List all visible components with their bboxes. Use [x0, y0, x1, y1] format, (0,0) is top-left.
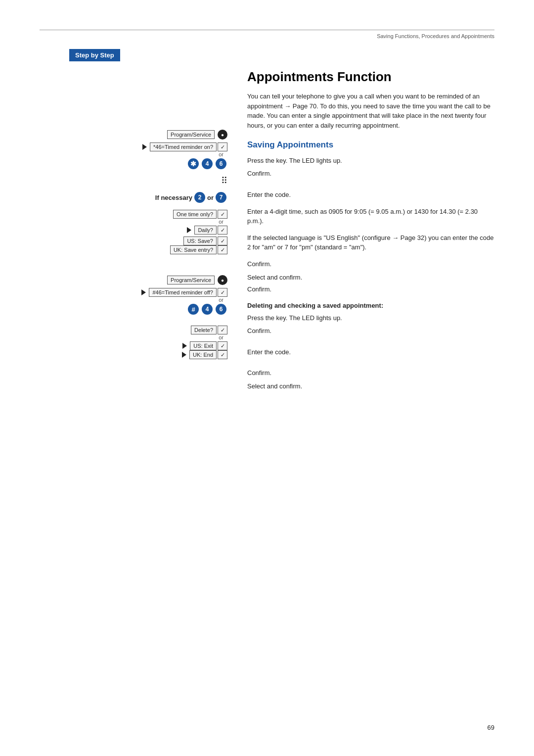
num-4-circle-1: 4 — [202, 158, 213, 169]
delete-key: Delete? — [191, 326, 217, 334]
arrow-icon-1 — [142, 144, 147, 150]
prog-service-key-2: Program/Service — [167, 276, 215, 284]
deleting-heading: Deleting and checking a saved appointmen… — [247, 302, 494, 309]
check-box-6: ✓ — [218, 288, 227, 297]
desc-keypad-1: Enter a 4-digit time, such as 0905 for 9… — [247, 207, 494, 226]
keypad-row-1: ⠿ — [69, 176, 227, 185]
intro-text: You can tell your telephone to give you … — [247, 92, 494, 130]
desc-if-necessary: If the selected language is "US English"… — [247, 233, 494, 252]
or-text-4: or — [69, 334, 227, 340]
check-box-9: ✓ — [218, 350, 227, 359]
check-box-4: ✓ — [218, 236, 227, 245]
arrow-icon-5 — [182, 352, 186, 358]
code-star-46-row: ✱ 4 6 — [69, 158, 227, 169]
timed-reminder-on-key: *46=Timed reminder on? — [150, 142, 217, 151]
arrow-icon-4 — [182, 343, 187, 349]
timed-reminder-off-key: #46=Timed reminder off? — [149, 288, 217, 297]
num-2-circle: 2 — [194, 192, 205, 203]
prog-service-row-1: Program/Service ● — [69, 130, 227, 140]
desc-confirm-1: Confirm. — [247, 169, 494, 179]
uk-save-key: UK: Save entry? — [170, 245, 217, 254]
desc-delete: Confirm. — [247, 368, 494, 378]
us-exit-row: US: Exit ✓ — [69, 341, 227, 350]
check-box-1: ✓ — [218, 142, 227, 151]
main-title: Appointments Function — [247, 69, 494, 85]
desc-us-exit: Select and confirm. — [247, 381, 494, 391]
keypad-icon-1: ⠿ — [221, 176, 227, 185]
desc-code-2: Enter the code. — [247, 347, 494, 357]
deleting-text: Deleting and checking a saved appointmen… — [247, 302, 383, 309]
delete-row: Delete? ✓ — [69, 326, 227, 334]
check-box-3: ✓ — [218, 226, 227, 235]
step-by-step-banner: Step by Step — [69, 49, 120, 61]
star-circle: ✱ — [188, 158, 199, 169]
timed-reminder-on-row: *46=Timed reminder on? ✓ — [69, 142, 227, 151]
code-hash-46-row: # 4 6 — [69, 304, 227, 315]
daily-row: Daily? ✓ — [69, 226, 227, 235]
left-column: Program/Service ● *46=Timed reminder on?… — [69, 69, 237, 392]
header-text: Saving Functions, Procedures and Appoint… — [377, 33, 494, 39]
or-label: or — [207, 194, 214, 201]
uk-end-row: UK: End ✓ — [69, 350, 227, 359]
right-column: Appointments Function You can tell your … — [237, 69, 494, 392]
desc-code-1: Enter the code. — [247, 190, 494, 200]
daily-key: Daily? — [194, 226, 217, 235]
page-container: Saving Functions, Procedures and Appoint… — [0, 0, 534, 756]
desc-confirm-off: Confirm. — [247, 326, 494, 336]
desc-prog-1: Press the key. The LED lights up. — [247, 156, 494, 166]
header-line — [40, 30, 494, 30]
arrow-icon-3 — [141, 289, 146, 295]
saving-appointments-heading: Saving Appointments — [247, 140, 494, 150]
desc-one-time: Confirm. — [247, 259, 494, 269]
timed-reminder-off-row: #46=Timed reminder off? ✓ — [69, 288, 227, 297]
led-dot-2: ● — [218, 275, 227, 285]
one-time-key: One time only? — [173, 210, 217, 219]
one-time-row: One time only? ✓ — [69, 210, 227, 219]
arrow-icon-2 — [187, 227, 191, 233]
num-6-circle-1: 6 — [216, 158, 226, 169]
led-dot-1: ● — [218, 130, 227, 140]
or-text-2: or — [69, 219, 227, 225]
desc-daily: Select and confirm. — [247, 273, 494, 283]
us-save-key: US: Save? — [183, 236, 217, 245]
hash-circle: # — [188, 304, 199, 315]
uk-end-key: UK: End — [189, 350, 217, 359]
step-by-step-label: Step by Step — [75, 51, 114, 59]
desc-us-save: Confirm. — [247, 284, 494, 294]
if-necessary-label: If necessary — [155, 194, 192, 201]
page-number: 69 — [488, 724, 494, 731]
us-save-row: US: Save? ✓ — [69, 236, 227, 245]
num-4-circle-2: 4 — [202, 304, 213, 315]
or-text-1: or — [69, 151, 227, 157]
check-box-5: ✓ — [218, 245, 227, 254]
uk-save-row: UK: Save entry? ✓ — [69, 245, 227, 254]
desc-prog-2: Press the key. The LED lights up. — [247, 313, 494, 323]
prog-service-row-2: Program/Service ● — [69, 275, 227, 285]
if-necessary-row: If necessary 2 or 7 — [69, 192, 227, 203]
num-6-circle-2: 6 — [216, 304, 226, 315]
us-exit-key: US: Exit — [190, 341, 217, 350]
check-box-8: ✓ — [218, 341, 227, 350]
diagram-area: Program/Service ● *46=Timed reminder on?… — [69, 69, 227, 359]
or-text-3: or — [69, 297, 227, 303]
num-7-circle: 7 — [216, 192, 226, 203]
check-box-7: ✓ — [218, 326, 227, 334]
check-box-2: ✓ — [218, 210, 227, 219]
page-header: Saving Functions, Procedures and Appoint… — [40, 33, 494, 39]
prog-service-key-1: Program/Service — [167, 130, 215, 139]
